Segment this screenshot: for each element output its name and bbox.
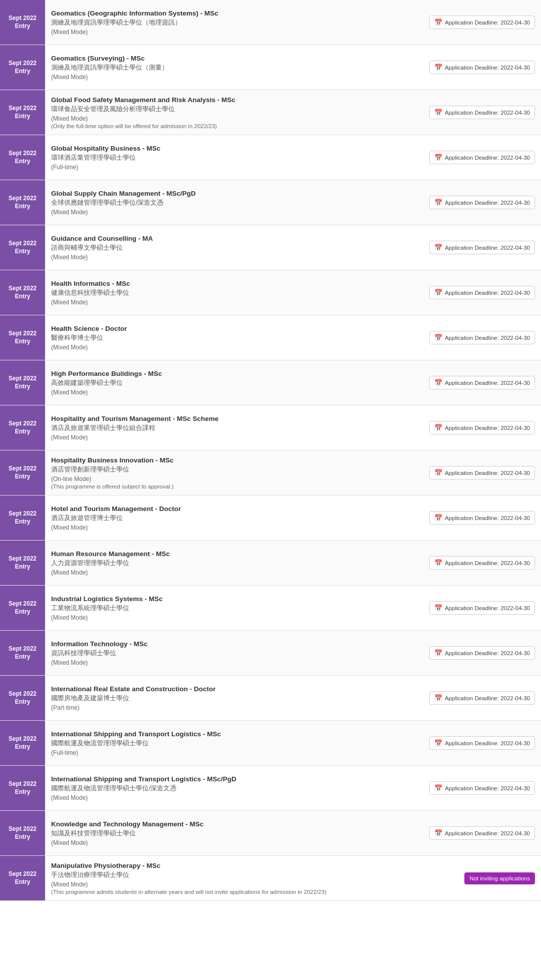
list-item: Sept 2022 EntryInternational Shipping an… [0, 766, 541, 811]
programme-mode: (Full-time) [51, 164, 425, 171]
deadline-badge: Not inviting applications [464, 872, 535, 884]
deadline-text: Application Deadline: 2022-04-30 [445, 290, 530, 296]
deadline-text: Application Deadline: 2022-04-30 [445, 695, 530, 701]
list-item: Sept 2022 EntryIndustrial Logistics Syst… [0, 586, 541, 631]
programme-name-zh: 測繪及地理資訊學理學碩士學位（地理資訊） [51, 19, 425, 27]
programme-name-en: Hospitality and Tourism Management - MSc… [51, 415, 425, 422]
entry-label: Sept 2022 Entry [0, 45, 45, 90]
programme-mode: (Mixed Mode) [51, 344, 425, 351]
deadline-column: 📅Application Deadline: 2022-04-30 [431, 90, 541, 135]
programme-name-zh: 酒店及旅遊業管理碩士學位組合課程 [51, 424, 425, 432]
programme-name-en: Global Supply Chain Management - MSc/PgD [51, 190, 425, 197]
deadline-badge: 📅Application Deadline: 2022-04-30 [429, 241, 535, 254]
deadline-column: 📅Application Deadline: 2022-04-30 [431, 541, 541, 585]
calendar-icon: 📅 [434, 244, 442, 251]
programme-name-en: Hospitality Business Innovation - MSc [51, 456, 425, 464]
entry-label: Sept 2022 Entry [0, 586, 45, 630]
entry-label: Sept 2022 Entry [0, 135, 45, 180]
entry-content: Global Food Safety Management and Risk A… [45, 90, 431, 135]
deadline-text: Application Deadline: 2022-04-30 [445, 20, 530, 26]
programme-name-en: Knowledge and Technology Management - MS… [51, 820, 425, 828]
calendar-icon: 📅 [434, 109, 442, 116]
list-item: Sept 2022 EntryKnowledge and Technology … [0, 811, 541, 856]
deadline-text: Application Deadline: 2022-04-30 [445, 335, 530, 341]
programme-name-zh: 環球酒店業管理理學碩士學位 [51, 154, 425, 162]
list-item: Sept 2022 EntryGlobal Supply Chain Manag… [0, 180, 541, 225]
entry-label: Sept 2022 Entry [0, 721, 45, 765]
deadline-text: Application Deadline: 2022-04-30 [445, 155, 530, 161]
entry-content: Geomatics (Surveying) - MSc測繪及地理資訊學理學碩士學… [45, 45, 431, 90]
deadline-column: 📅Application Deadline: 2022-04-30 [431, 135, 541, 180]
programme-mode: (Mixed Mode) [51, 29, 425, 36]
deadline-text: Application Deadline: 2022-04-30 [445, 65, 530, 71]
programme-name-en: Health Informatics - MSc [51, 280, 425, 287]
entry-label: Sept 2022 Entry [0, 360, 45, 405]
entry-label: Sept 2022 Entry [0, 856, 45, 900]
programme-note: (This programme is offered subject to ap… [51, 483, 425, 489]
deadline-text: Application Deadline: 2022-04-30 [445, 380, 530, 386]
programme-name-zh: 測繪及地理資訊學理學碩士學位（測量） [51, 64, 425, 72]
deadline-column: 📅Application Deadline: 2022-04-30 [431, 721, 541, 765]
programme-name-zh: 高效能建築理學碩士學位 [51, 379, 425, 387]
programme-name-en: Industrial Logistics Systems - MSc [51, 595, 425, 603]
entry-content: Knowledge and Technology Management - MS… [45, 811, 431, 855]
programme-mode: (Mixed Mode) [51, 434, 425, 441]
deadline-text: Application Deadline: 2022-04-30 [445, 560, 530, 566]
programme-note: (This programme admits students in alter… [51, 889, 425, 895]
entry-content: Hospitality and Tourism Management - MSc… [45, 405, 431, 450]
calendar-icon: 📅 [434, 559, 442, 567]
list-item: Sept 2022 EntryGuidance and Counselling … [0, 225, 541, 270]
list-item: Sept 2022 EntryHotel and Tourism Managem… [0, 496, 541, 541]
programme-mode: (Mixed Mode) [51, 254, 425, 261]
programme-mode: (Full-time) [51, 749, 425, 756]
deadline-text: Application Deadline: 2022-04-30 [445, 245, 530, 251]
calendar-icon: 📅 [434, 469, 442, 476]
calendar-icon: 📅 [434, 829, 442, 837]
entry-content: High Performance Buildings - MSc高效能建築理學碩… [45, 360, 431, 405]
entry-label: Sept 2022 Entry [0, 541, 45, 585]
deadline-text: Application Deadline: 2022-04-30 [445, 785, 530, 791]
entry-label: Sept 2022 Entry [0, 405, 45, 450]
entry-content: Health Science - Doctor醫療科學博士學位(Mixed Mo… [45, 315, 431, 360]
programme-name-en: International Shipping and Transport Log… [51, 730, 425, 738]
entry-content: Human Resource Management - MSc人力資源管理理學碩… [45, 541, 431, 585]
list-item: Sept 2022 EntryInternational Shipping an… [0, 721, 541, 766]
deadline-column: 📅Application Deadline: 2022-04-30 [431, 766, 541, 810]
list-item: Sept 2022 EntryHuman Resource Management… [0, 541, 541, 586]
programme-name-en: Global Food Safety Management and Risk A… [51, 96, 425, 104]
calendar-icon: 📅 [434, 199, 442, 206]
list-item: Sept 2022 EntryGlobal Food Safety Manage… [0, 90, 541, 135]
deadline-badge: 📅Application Deadline: 2022-04-30 [429, 826, 535, 840]
deadline-column: 📅Application Deadline: 2022-04-30 [431, 180, 541, 225]
programme-name-zh: 資訊科技理學碩士學位 [51, 649, 425, 658]
entry-content: International Shipping and Transport Log… [45, 766, 431, 810]
programmes-list: Sept 2022 EntryGeomatics (Geographic Inf… [0, 0, 541, 901]
programme-mode: (Mixed Mode) [51, 614, 425, 621]
deadline-column: Not inviting applications [431, 856, 541, 900]
list-item: Sept 2022 EntryHigh Performance Building… [0, 360, 541, 405]
deadline-column: 📅Application Deadline: 2022-04-30 [431, 631, 541, 675]
deadline-text: Application Deadline: 2022-04-30 [445, 650, 530, 656]
programme-name-zh: 醫療科學博士學位 [51, 334, 425, 342]
deadline-badge: 📅Application Deadline: 2022-04-30 [429, 151, 535, 164]
programme-name-en: Global Hospitality Business - MSc [51, 145, 425, 152]
programme-name-zh: 工業物流系統理學碩士學位 [51, 604, 425, 613]
programme-name-en: Manipulative Physiotherapy - MSc [51, 862, 425, 869]
deadline-badge: 📅Application Deadline: 2022-04-30 [429, 61, 535, 74]
programme-name-zh: 國際航運及物流管理理學碩士學位 [51, 739, 425, 748]
entry-label: Sept 2022 Entry [0, 631, 45, 675]
entry-label: Sept 2022 Entry [0, 315, 45, 360]
calendar-icon: 📅 [434, 604, 442, 612]
calendar-icon: 📅 [434, 739, 442, 747]
programme-name-zh: 酒店管理創新理學碩士學位 [51, 465, 425, 474]
calendar-icon: 📅 [434, 514, 442, 522]
programme-name-zh: 人力資源管理理學碩士學位 [51, 559, 425, 568]
entry-label: Sept 2022 Entry [0, 0, 45, 45]
calendar-icon: 📅 [434, 649, 442, 657]
entry-label: Sept 2022 Entry [0, 676, 45, 720]
deadline-badge: 📅Application Deadline: 2022-04-30 [429, 466, 535, 479]
list-item: Sept 2022 EntryInformation Technology - … [0, 631, 541, 676]
programme-name-en: Hotel and Tourism Management - Doctor [51, 505, 425, 513]
programme-name-en: Guidance and Counselling - MA [51, 235, 425, 242]
deadline-text: Application Deadline: 2022-04-30 [445, 740, 530, 746]
